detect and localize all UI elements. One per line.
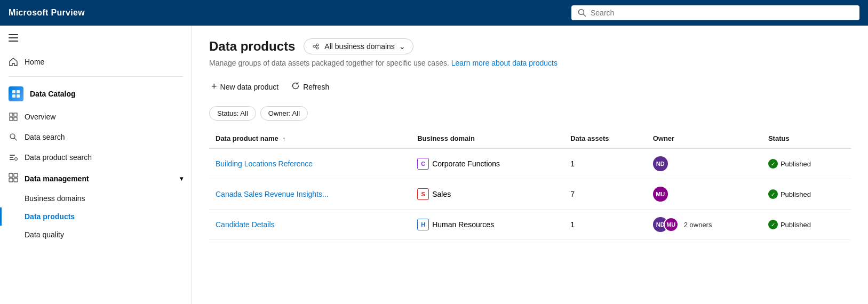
svg-point-25 (316, 47, 318, 49)
svg-line-14 (14, 138, 17, 140)
search-icon (578, 9, 586, 17)
sidebar-sub-item-data-quality[interactable]: Data quality (0, 226, 192, 244)
svg-rect-17 (10, 159, 14, 160)
domain-button-label: All business domains (324, 42, 395, 51)
data-management-label: Data management (25, 174, 89, 183)
svg-rect-8 (17, 94, 20, 98)
svg-rect-16 (10, 157, 13, 158)
owner-group: ND MU 2 owners (653, 217, 755, 232)
data-products-table: Data product name ↑ Business domain Data… (209, 129, 851, 240)
table-header-row: Data product name ↑ Business domain Data… (209, 129, 851, 148)
svg-point-24 (316, 44, 318, 46)
domain-code: H (417, 219, 429, 230)
product-link[interactable]: Building Locations Reference (216, 159, 313, 168)
page-title: Data products (209, 39, 295, 54)
data-management-icon (9, 173, 18, 184)
svg-line-1 (584, 14, 586, 17)
refresh-button[interactable]: Refresh (289, 78, 331, 95)
learn-more-link[interactable]: Learn more about data products (451, 59, 558, 67)
domain-icon (312, 42, 320, 51)
sidebar-item-data-catalog[interactable]: Data Catalog (0, 81, 192, 107)
svg-rect-5 (12, 90, 15, 93)
domain-dropdown[interactable]: All business domains ⌄ (304, 38, 413, 54)
owner-avatar: ND (653, 156, 668, 171)
svg-rect-2 (9, 34, 18, 35)
topbar: Microsoft Purview (0, 0, 868, 26)
svg-rect-10 (14, 113, 17, 116)
svg-line-27 (315, 47, 316, 47)
search-input[interactable] (591, 9, 853, 17)
domain-label: Corporate Functions (432, 159, 500, 168)
svg-rect-9 (10, 113, 13, 116)
data-products-label: Data products (25, 212, 75, 221)
plus-icon: + (211, 81, 217, 92)
table-row: Canada Sales Revenue Insights... S Sales… (209, 179, 851, 210)
assets-count: 1 (564, 210, 646, 240)
status-badge: ✓ Published (768, 159, 811, 169)
col-name: Data product name ↑ (209, 129, 411, 148)
data-product-search-icon (9, 153, 18, 162)
sidebar: Home Data Catalog (0, 26, 192, 304)
home-label: Home (25, 58, 44, 66)
data-catalog-icon (9, 86, 23, 101)
status-check-icon: ✓ (768, 220, 778, 229)
status-check-icon: ✓ (768, 159, 778, 169)
owner-filter[interactable]: Owner: All (260, 106, 308, 121)
svg-rect-22 (14, 178, 18, 182)
status-label: Published (781, 160, 811, 168)
sidebar-nav: Home Data Catalog (0, 47, 192, 248)
owners-text: 2 owners (684, 221, 712, 229)
product-link[interactable]: Canada Sales Revenue Insights... (216, 190, 329, 198)
svg-point-18 (15, 158, 18, 161)
business-domains-label: Business domains (25, 194, 85, 203)
svg-rect-11 (10, 117, 13, 121)
svg-point-23 (313, 45, 315, 47)
sidebar-item-data-product-search[interactable]: Data product search (0, 147, 192, 167)
owner-cell: MU (647, 179, 762, 210)
status-filter[interactable]: Status: All (209, 106, 256, 121)
data-product-search-label: Data product search (25, 153, 92, 162)
svg-rect-19 (9, 173, 13, 177)
owner-cell: ND (647, 148, 762, 179)
col-domain: Business domain (411, 129, 564, 148)
svg-rect-4 (9, 41, 18, 42)
table-row: Candidate Details H Human Resources 1 ND… (209, 210, 851, 240)
status-label: Published (781, 190, 811, 198)
data-catalog-label: Data Catalog (30, 90, 76, 98)
table-row: Building Locations Reference C Corporate… (209, 148, 851, 179)
status-badge: ✓ Published (768, 220, 811, 229)
status-check-icon: ✓ (768, 189, 778, 199)
status-badge: ✓ Published (768, 189, 811, 199)
hamburger-button[interactable] (0, 26, 192, 47)
svg-rect-21 (9, 178, 13, 182)
sidebar-item-data-management[interactable]: Data management ▾ (0, 167, 192, 189)
sidebar-divider-1 (9, 76, 183, 77)
col-status: Status (762, 129, 851, 148)
owner-avatars: ND MU (653, 217, 679, 232)
sidebar-item-data-search[interactable]: Data search (0, 127, 192, 147)
domain-code: C (417, 158, 429, 170)
toolbar: + New data product Refresh (209, 78, 851, 95)
domain-label: Human Resources (432, 220, 494, 229)
assets-count: 7 (564, 179, 646, 210)
data-quality-label: Data quality (25, 230, 64, 239)
owner-avatar-2: MU (664, 217, 679, 232)
assets-count: 1 (564, 148, 646, 179)
sidebar-item-overview[interactable]: Overview (0, 107, 192, 127)
svg-rect-15 (10, 155, 15, 156)
product-link[interactable]: Candidate Details (216, 220, 275, 229)
svg-rect-6 (17, 90, 20, 93)
svg-rect-7 (12, 94, 15, 98)
refresh-icon (291, 82, 300, 92)
sort-arrow-icon: ↑ (282, 135, 285, 142)
overview-icon (9, 112, 18, 122)
sidebar-item-home[interactable]: Home (0, 52, 192, 72)
new-data-product-button[interactable]: + New data product (209, 78, 281, 95)
sidebar-sub-item-data-products[interactable]: Data products (0, 207, 192, 226)
domain-badge: C Corporate Functions (417, 158, 500, 170)
sidebar-sub-item-business-domains[interactable]: Business domains (0, 189, 192, 207)
domain-badge: S Sales (417, 188, 451, 200)
domain-chevron-icon: ⌄ (399, 42, 405, 51)
content-area: Data products All business domains ⌄ Man… (192, 26, 868, 304)
global-search-box[interactable] (571, 5, 859, 20)
